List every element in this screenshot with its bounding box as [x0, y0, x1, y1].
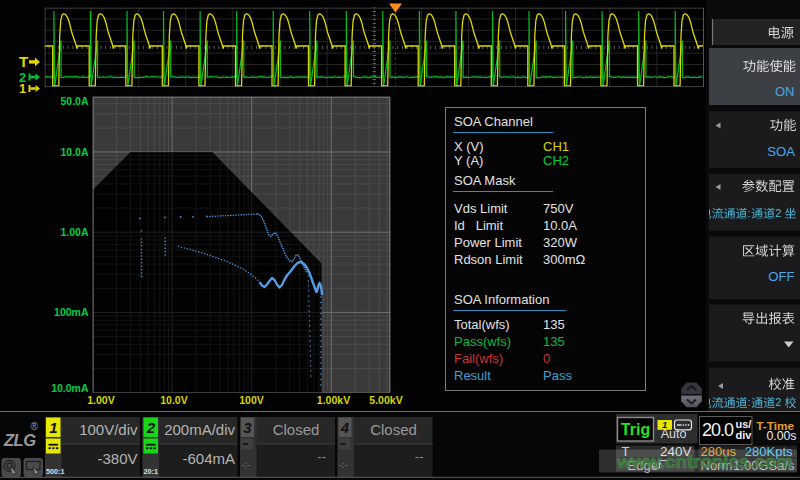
svg-text:--: -- [415, 449, 424, 464]
svg-text:Closed: Closed [370, 421, 417, 438]
svg-text:ON: ON [775, 84, 795, 99]
svg-text:Auto: Auto [661, 427, 687, 441]
svg-text:3: 3 [243, 419, 252, 436]
svg-text:500:1: 500:1 [46, 467, 64, 476]
svg-text:4: 4 [340, 419, 350, 436]
svg-text:ZLG: ZLG [3, 431, 36, 449]
svg-text::: : [748, 396, 751, 408]
svg-text:Closed: Closed [273, 421, 320, 438]
svg-text::: : [748, 207, 751, 219]
svg-text:-:-: -:- [339, 460, 348, 470]
svg-text:20:1: 20:1 [144, 467, 158, 476]
svg-text:2: 2 [146, 419, 156, 436]
svg-text:Trig: Trig [621, 421, 650, 438]
svg-text:div: div [736, 429, 753, 441]
svg-text:www.cntronics.com: www.cntronics.com [616, 451, 793, 472]
svg-text:SOA: SOA [767, 144, 795, 159]
svg-text:20.0: 20.0 [702, 420, 734, 440]
svg-text:2: 2 [775, 396, 781, 408]
svg-text:2: 2 [775, 207, 781, 219]
svg-text:100V/div: 100V/div [79, 421, 138, 438]
svg-text:OFF: OFF [768, 269, 794, 284]
svg-text:0.00s: 0.00s [766, 429, 796, 443]
svg-text:--: -- [317, 449, 326, 464]
svg-text:1: 1 [49, 419, 57, 436]
svg-text:®: ® [31, 421, 39, 432]
svg-text:-:-: -:- [242, 460, 251, 470]
svg-text:-604mA: -604mA [182, 450, 235, 467]
svg-text:-380V: -380V [97, 450, 137, 467]
svg-text:200mA/div: 200mA/div [164, 421, 235, 438]
